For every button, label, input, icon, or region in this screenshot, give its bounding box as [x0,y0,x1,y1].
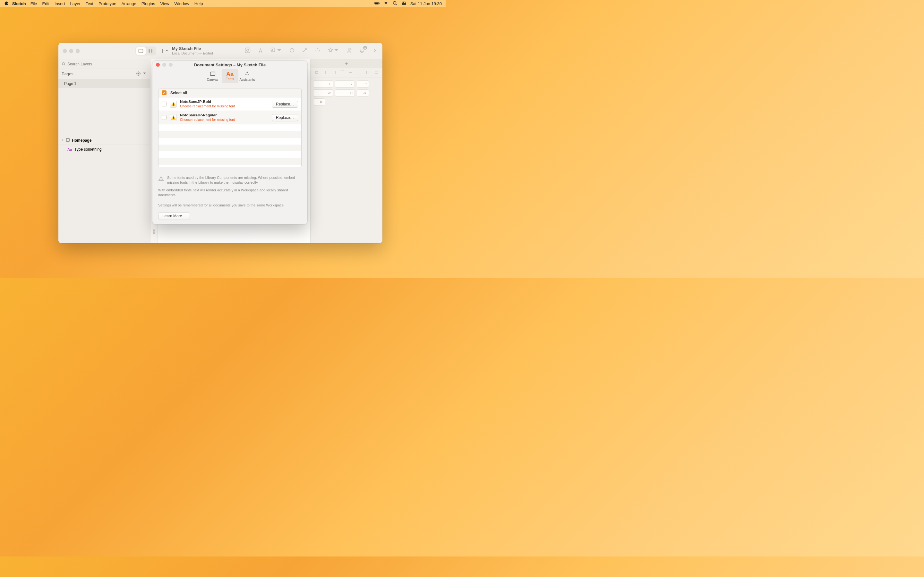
svg-rect-7 [402,4,406,5]
modal-tabs: Canvas Aa Fonts Assistants [152,69,307,83]
tab-fonts[interactable]: Aa Fonts [222,69,238,83]
menu-plugins[interactable]: Plugins [142,1,155,6]
flip-v-icon[interactable] [313,98,325,105]
macos-menubar: Sketch File Edit Insert Layer Text Proto… [0,0,446,7]
inspector-panel: + X Y ° W H [310,59,383,243]
menu-edit[interactable]: Edit [42,1,49,6]
scale-icon[interactable] [302,47,308,55]
canvas-view-icon[interactable] [136,47,145,55]
distribute-v-icon[interactable] [374,70,379,76]
overflow-icon[interactable] [372,47,378,55]
app-name[interactable]: Sketch [12,1,26,6]
pages-label: Pages [61,71,73,76]
select-all-checkbox[interactable] [162,90,166,95]
modal-titlebar: Document Settings – My Sketch File [152,61,307,69]
apple-menu-icon[interactable] [4,1,9,7]
menu-layer[interactable]: Layer [70,1,81,6]
svg-point-42 [161,179,161,180]
modal-title: Document Settings – My Sketch File [194,63,266,67]
modal-close-icon[interactable] [156,63,160,67]
font-list-empty-rows [158,124,301,167]
x-field[interactable]: X [313,81,333,87]
svg-point-6 [403,2,403,3]
spotlight-icon[interactable] [393,1,397,7]
y-field[interactable]: Y [335,81,355,87]
chevron-down-icon[interactable] [61,138,64,143]
layer-text-item[interactable]: Aa Type something [58,145,150,154]
tab-canvas[interactable]: Canvas [204,69,221,83]
traffic-lights [63,49,79,53]
layer-group[interactable]: Homepage [58,136,150,145]
window-close-icon[interactable] [63,49,67,53]
replace-button[interactable]: Replace… [272,101,298,108]
rotation-field[interactable]: ° [357,81,369,87]
svg-point-3 [393,1,396,4]
layer-group-name: Homepage [72,138,91,143]
replace-button[interactable]: Replace… [272,114,298,121]
align-left-icon[interactable] [314,70,319,76]
menu-file[interactable]: File [31,1,37,6]
insert-button[interactable] [159,47,169,55]
document-status: Local Document — Edited [172,51,213,55]
inspector-add-tab[interactable]: + [310,59,383,68]
menu-window[interactable]: Window [174,1,189,6]
layer-search[interactable] [58,59,150,69]
align-top-icon[interactable] [340,70,344,76]
layer-search-input[interactable] [67,62,147,66]
svg-rect-12 [151,51,152,53]
align-bottom-icon[interactable] [357,70,362,76]
style-icon[interactable] [327,47,339,55]
control-center-icon[interactable] [401,1,407,7]
svg-point-22 [350,49,351,50]
height-field[interactable]: H [335,89,355,97]
battery-icon[interactable] [375,1,380,7]
menubar-clock[interactable]: Sat 11 Jun 19:30 [410,1,442,6]
distribute-h-icon[interactable] [365,70,370,76]
position-fields: X Y ° W H [310,78,383,108]
components-view-icon[interactable] [145,47,155,55]
image-tool-icon[interactable] [270,47,282,55]
text-tool-icon[interactable] [257,47,264,55]
width-field[interactable]: W [313,89,333,97]
pages-chevron-icon[interactable] [142,71,147,77]
mask-icon[interactable] [289,47,295,55]
modal-note-3: Settings will be remembered for all docu… [152,201,307,209]
page-item[interactable]: Page 1 [58,79,150,88]
align-vcenter-icon[interactable] [349,70,353,76]
view-mode-segmented[interactable] [136,47,156,55]
collab-icon[interactable] [346,47,352,55]
window-zoom-icon[interactable] [76,49,79,53]
search-icon [61,62,66,66]
learn-more-button[interactable]: Learn More… [158,212,190,220]
svg-rect-15 [246,48,250,53]
layer-text-name: Type something [74,147,102,152]
font-checkbox[interactable] [162,115,166,120]
menu-prototype[interactable]: Prototype [99,1,116,6]
menu-insert[interactable]: Insert [55,1,65,6]
menu-view[interactable]: View [160,1,169,6]
modal-note-2: With embedded fonts, text will render ac… [152,187,307,199]
document-title[interactable]: My Sketch File Local Document — Edited [172,47,213,55]
svg-line-4 [396,4,397,5]
add-page-icon[interactable] [136,71,141,77]
svg-rect-1 [379,3,379,3]
rotate-icon[interactable] [314,47,321,55]
menu-help[interactable]: Help [194,1,203,6]
font-subtitle: Choose replacement for missing font [180,118,268,122]
font-name: NotoSansJP-Regular [180,113,268,118]
tab-assistants[interactable]: Assistants [239,69,256,83]
align-right-icon[interactable] [331,70,336,76]
select-all-label: Select all [170,91,187,95]
menu-text[interactable]: Text [86,1,94,6]
document-settings-modal: Document Settings – My Sketch File Canva… [152,61,307,224]
svg-rect-11 [149,51,150,53]
align-hcenter-icon[interactable] [323,70,328,76]
flip-h-icon[interactable] [357,89,369,97]
font-checkbox[interactable] [162,102,166,106]
menu-arrange[interactable]: Arrange [121,1,136,6]
font-name: NotoSansJP-Bold [180,100,268,104]
notifications-button[interactable]: 1 [359,47,365,55]
symbol-icon[interactable] [244,47,251,55]
window-minimize-icon[interactable] [69,49,73,53]
wifi-icon[interactable] [383,1,389,7]
